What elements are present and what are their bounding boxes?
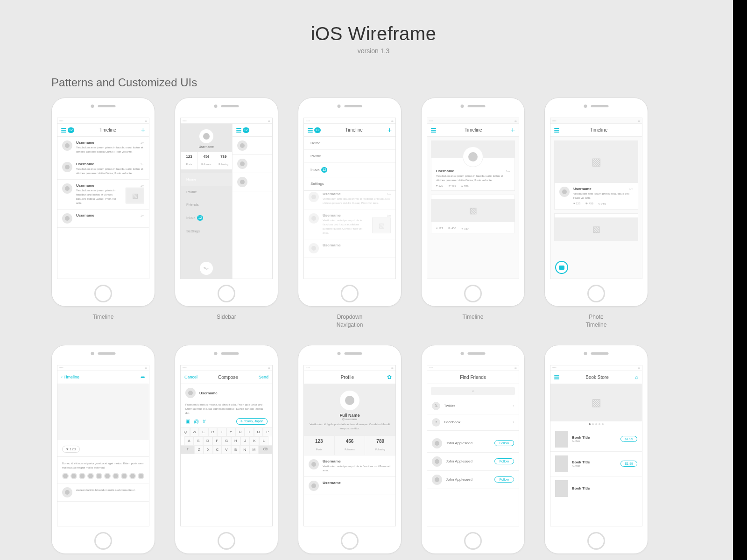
caption: Timeline	[93, 313, 114, 321]
pushed-content: 12Ti	[232, 124, 273, 279]
image-icon: ▧	[431, 199, 514, 222]
wireframe-find-friends: •••••▭ Find Friends ⌕ 𝕏Twitter› fFaceboo…	[421, 345, 525, 554]
avatar-icon	[340, 391, 359, 410]
add-button[interactable]: +	[141, 126, 145, 134]
location-pill[interactable]: ✈ Tokyo, Japan	[236, 418, 268, 425]
send-button[interactable]: Send	[259, 375, 268, 379]
wireframe-compose: •••••▭ Cancel Compose Send Username Prae…	[175, 345, 278, 554]
contact-row[interactable]: John AppleseedFollow	[427, 434, 519, 453]
compose-text[interactable]: Praesent id metus massa, ut blandit odio…	[181, 403, 272, 415]
wireframe-sidebar: •••••▭ 12Ti Username 123Posts	[175, 98, 278, 307]
menu-button[interactable]	[554, 128, 559, 133]
stat-followers[interactable]: 456Followers	[198, 152, 215, 169]
timeline-post[interactable]: Username1mVestibulum ante ipsum primis i…	[57, 180, 149, 210]
profile-fullname: Full Name	[309, 413, 391, 418]
facebook-icon: f	[432, 418, 440, 427]
menu-button[interactable]: 12	[61, 127, 74, 133]
twitter-icon: 𝕏	[432, 402, 440, 410]
camera-icon[interactable]: ▣	[185, 418, 190, 424]
back-button[interactable]: ‹ Timeline	[61, 375, 79, 379]
hashtag-icon[interactable]: #	[203, 419, 205, 424]
sidebar-username: Username	[199, 145, 214, 148]
sidebar-item-settings[interactable]: Settings	[181, 225, 232, 238]
follow-button[interactable]: Follow	[494, 440, 514, 446]
book-row[interactable]: Book TitleAuthor$1.99	[550, 452, 642, 476]
price-button[interactable]: $1.99	[620, 461, 637, 467]
dropdown-menu: Home Profile Inbox12 Settings	[304, 137, 395, 191]
stat-posts[interactable]: 123Posts	[304, 436, 335, 455]
menu-button[interactable]	[554, 375, 559, 379]
window-edge	[733, 0, 747, 560]
menu-button[interactable]	[431, 128, 436, 133]
image-icon: ▧	[555, 217, 638, 241]
image-icon: ▧	[555, 141, 638, 183]
home-button[interactable]	[464, 532, 482, 550]
home-button[interactable]	[94, 532, 112, 550]
menu-button[interactable]: 12	[308, 127, 321, 133]
photo-card[interactable]: ▧	[554, 213, 638, 241]
dropdown-item-inbox[interactable]: Inbox12	[304, 163, 395, 177]
social-facebook[interactable]: fFacebook›	[427, 414, 519, 431]
home-button[interactable]	[341, 285, 359, 302]
reaction-avatars	[62, 473, 144, 479]
follow-button[interactable]: Follow	[494, 458, 514, 464]
cancel-button[interactable]: Cancel	[184, 375, 197, 379]
stat-following[interactable]: 789Following	[215, 152, 232, 169]
add-button[interactable]: +	[511, 126, 515, 134]
home-button[interactable]	[587, 532, 605, 550]
home-button[interactable]	[94, 285, 112, 302]
profile-handle: @username	[309, 418, 391, 420]
stat-following[interactable]: 789Following	[365, 436, 395, 455]
add-button[interactable]: +	[388, 126, 392, 134]
price-button[interactable]: $1.99	[620, 436, 637, 442]
page-title: iOS Wireframe	[51, 23, 696, 44]
photo-card[interactable]: ▧ Username1mVestibulum ante ipsum primis…	[554, 140, 638, 210]
wireframe-photo-timeline: •••••▭ Timeline ▧ Username1mVestibulum a…	[544, 98, 648, 307]
sidebar-item-inbox[interactable]: Inbox12	[181, 211, 232, 225]
timeline-post[interactable]: Username1m	[57, 210, 149, 228]
wireframe-detail: •••••▭ ‹ Timeline ➦ ♥ 123 Donec id elit …	[51, 345, 155, 554]
like-count[interactable]: ♥ 123	[62, 446, 80, 453]
home-button[interactable]	[218, 532, 235, 550]
search-input[interactable]: ⌕	[431, 387, 515, 395]
contact-row[interactable]: John AppleseedFollow	[427, 471, 519, 489]
camera-fab[interactable]	[555, 261, 568, 274]
book-row[interactable]: Book Title	[550, 476, 642, 501]
sidebar-item-profile[interactable]: Profile	[181, 186, 232, 198]
avatar-icon	[199, 129, 213, 143]
keyboard[interactable]: QWERTYUIOP ASDFGHJKL ⇧ZXCVBNM⌫	[181, 427, 272, 454]
follow-button[interactable]: Follow	[494, 476, 514, 483]
backspace-key: ⌫	[259, 445, 272, 454]
book-row[interactable]: Book TitleAuthor$1.99	[550, 427, 642, 452]
sidebar-item-friends[interactable]: Friends	[181, 198, 232, 211]
home-button[interactable]	[341, 532, 359, 550]
share-button[interactable]: ➦	[141, 374, 145, 380]
home-button[interactable]	[218, 285, 235, 302]
settings-button[interactable]: ✿	[387, 374, 392, 380]
social-twitter[interactable]: 𝕏Twitter›	[427, 398, 519, 414]
avatar-icon	[463, 147, 483, 167]
status-bar: •••••▭	[57, 118, 149, 124]
search-button[interactable]: ⌕	[635, 374, 638, 380]
contact-row[interactable]: John AppleseedFollow	[427, 453, 519, 471]
dropdown-item-settings[interactable]: Settings	[304, 177, 395, 190]
dropdown-item-home[interactable]: Home	[304, 137, 395, 150]
home-button[interactable]	[464, 285, 482, 302]
sidebar-item-home[interactable]: Home	[181, 173, 232, 186]
section-heading: Patterns and Customized UIs	[51, 76, 696, 89]
profile-bio: Vestibulum id ligula porta felis euismod…	[309, 422, 391, 431]
page-dots	[550, 421, 642, 427]
logout-button[interactable]: Sign	[200, 262, 213, 275]
mention-icon[interactable]: @	[194, 419, 199, 424]
timeline-post[interactable]: Username1mVestibulum ante ipsum primis i…	[57, 137, 149, 158]
timeline-card[interactable]: Username1m Vestibulum ante ipsum primis …	[431, 140, 515, 191]
stat-followers[interactable]: 456Followers	[335, 436, 366, 455]
comment-text: Donec id elit non mi porta gravida at eg…	[62, 462, 144, 470]
home-button[interactable]	[587, 285, 605, 302]
timeline-card[interactable]: ▧ ♥ 123👁 456↪ 789	[431, 195, 515, 233]
dropdown-item-profile[interactable]: Profile	[304, 150, 395, 163]
stat-posts[interactable]: 123Posts	[181, 152, 198, 169]
version-label: version 1.3	[51, 47, 696, 55]
caption: Photo Timeline	[586, 313, 607, 329]
timeline-post[interactable]: Username1mVestibulum ante ipsum primis i…	[57, 158, 149, 180]
